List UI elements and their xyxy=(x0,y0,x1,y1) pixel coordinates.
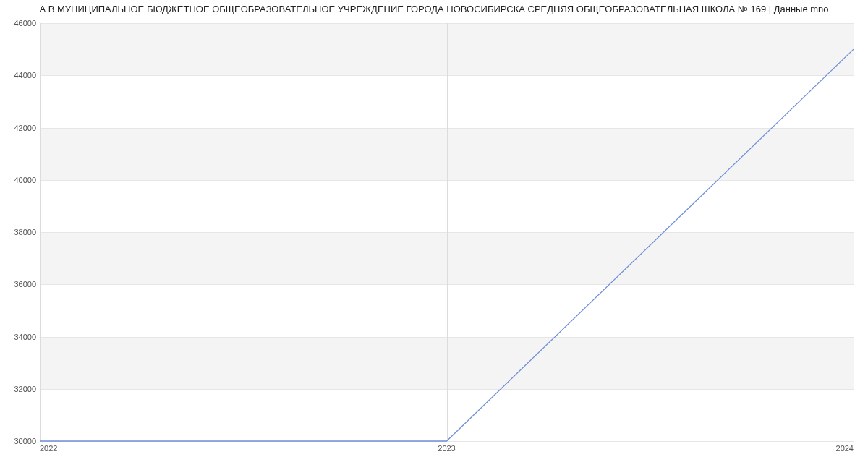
y-tick-label: 46000 xyxy=(4,19,36,27)
plot-area xyxy=(40,23,854,442)
y-tick-label: 42000 xyxy=(4,124,36,132)
y-tick-label: 38000 xyxy=(4,228,36,236)
line-layer xyxy=(40,23,854,441)
y-tick-label: 32000 xyxy=(4,385,36,393)
x-tick-label: 2022 xyxy=(40,444,57,453)
y-tick-label: 30000 xyxy=(4,437,36,445)
chart-container: А В МУНИЦИПАЛЬНОЕ БЮДЖЕТНОЕ ОБЩЕОБРАЗОВА… xyxy=(0,0,868,470)
x-tick-label: 2024 xyxy=(836,444,854,453)
x-gridline xyxy=(854,23,854,441)
chart-title: А В МУНИЦИПАЛЬНОЕ БЮДЖЕТНОЕ ОБЩЕОБРАЗОВА… xyxy=(0,4,868,14)
y-tick-label: 34000 xyxy=(4,333,36,341)
series-line xyxy=(40,49,854,441)
y-tick-label: 40000 xyxy=(4,176,36,184)
y-tick-label: 44000 xyxy=(4,71,36,80)
y-tick-label: 36000 xyxy=(4,280,36,289)
x-tick-label: 2023 xyxy=(438,444,455,453)
